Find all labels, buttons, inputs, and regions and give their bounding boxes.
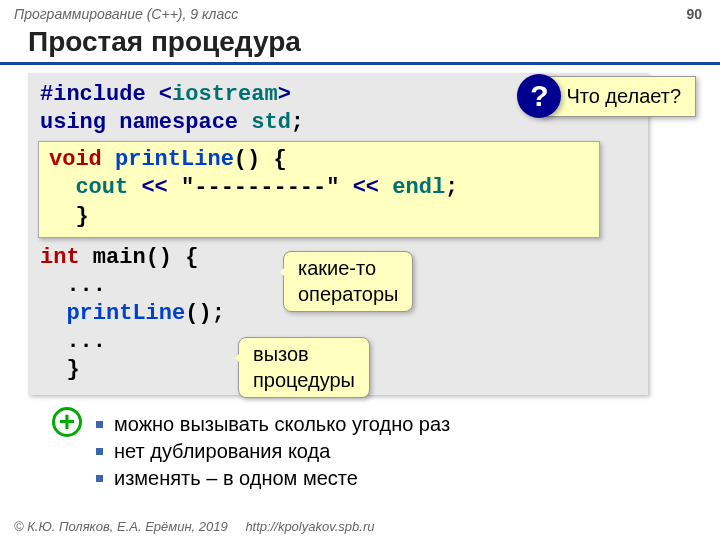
- footer-link[interactable]: http://kpolyakov.spb.ru: [245, 519, 374, 534]
- code-token: cout: [75, 175, 128, 200]
- content-area: #include <iostream> using namespace std;…: [0, 73, 720, 492]
- code-token: <<: [141, 175, 167, 200]
- question-badge: ? Что делает?: [517, 74, 696, 118]
- code-token: () {: [234, 147, 287, 172]
- code-token: printLine: [66, 301, 185, 326]
- slide-header: Программирование (C++), 9 класс 90: [0, 0, 720, 24]
- code-token: namespace: [119, 110, 238, 135]
- code-token: >: [278, 82, 291, 107]
- list-item: изменять – в одном месте: [96, 465, 692, 492]
- code-token: std: [251, 110, 291, 135]
- code-block: #include <iostream> using namespace std;…: [28, 73, 648, 395]
- code-token: }: [66, 357, 79, 382]
- code-token: endl: [392, 175, 445, 200]
- code-token: ;: [445, 175, 458, 200]
- code-token: }: [75, 204, 88, 229]
- copyright: © К.Ю. Поляков, Е.А. Ерёмин, 2019: [14, 519, 228, 534]
- breadcrumb: Программирование (C++), 9 класс: [14, 6, 238, 22]
- code-token: void: [49, 147, 102, 172]
- code-token: ...: [66, 273, 106, 298]
- code-token: main: [93, 245, 146, 270]
- bullet-list: + можно вызывать сколько угодно раз нет …: [28, 411, 692, 492]
- code-token: int: [40, 245, 80, 270]
- code-token: ...: [66, 329, 106, 354]
- code-token: iostream: [172, 82, 278, 107]
- callout-call: вызов процедуры: [238, 337, 370, 398]
- procedure-box: void printLine() { cout << "----------" …: [38, 141, 600, 237]
- callout-operators: какие-то операторы: [283, 251, 413, 312]
- list-item: можно вызывать сколько угодно раз: [96, 411, 692, 438]
- page-number: 90: [686, 6, 702, 22]
- code-token: "----------": [181, 175, 339, 200]
- list-item: нет дублирования кода: [96, 438, 692, 465]
- code-token: ;: [291, 110, 304, 135]
- code-token: <<: [353, 175, 379, 200]
- plus-icon: +: [52, 407, 82, 437]
- code-token: () {: [146, 245, 199, 270]
- code-token: using: [40, 110, 106, 135]
- code-token: #include <: [40, 82, 172, 107]
- footer: © К.Ю. Поляков, Е.А. Ерёмин, 2019 http:/…: [14, 519, 374, 534]
- question-text: Что делает?: [541, 76, 696, 117]
- page-title: Простая процедура: [0, 24, 720, 65]
- code-token: printLine: [115, 147, 234, 172]
- code-token: ();: [185, 301, 225, 326]
